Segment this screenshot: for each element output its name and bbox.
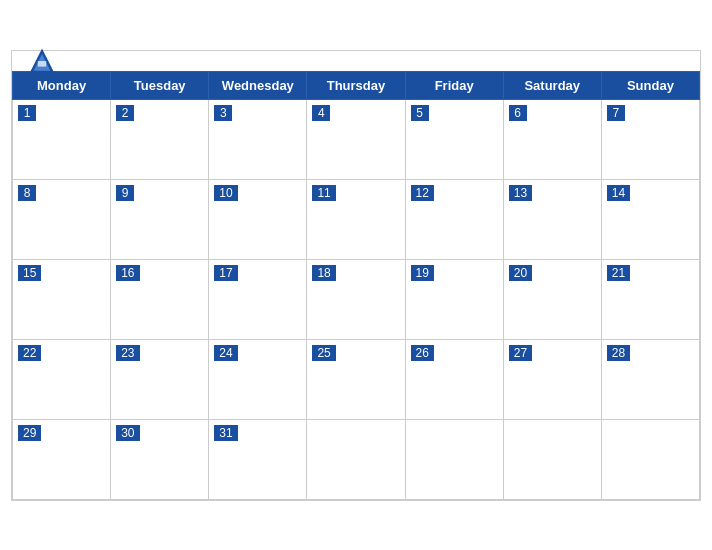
day-number: 23 bbox=[116, 345, 139, 361]
calendar-cell: 31 bbox=[209, 419, 307, 499]
calendar-cell: 26 bbox=[405, 339, 503, 419]
calendar-cell: 3 bbox=[209, 99, 307, 179]
day-number: 22 bbox=[18, 345, 41, 361]
week-row-2: 891011121314 bbox=[13, 179, 700, 259]
svg-rect-2 bbox=[38, 61, 46, 67]
day-number: 20 bbox=[509, 265, 532, 281]
calendar-cell: 21 bbox=[601, 259, 699, 339]
weekday-header-row: MondayTuesdayWednesdayThursdayFridaySatu… bbox=[13, 71, 700, 99]
general-blue-logo-icon bbox=[28, 47, 56, 75]
day-number: 2 bbox=[116, 105, 134, 121]
calendar-cell bbox=[601, 419, 699, 499]
calendar-cell: 6 bbox=[503, 99, 601, 179]
calendar-cell bbox=[307, 419, 405, 499]
calendar-cell: 17 bbox=[209, 259, 307, 339]
calendar-cell: 5 bbox=[405, 99, 503, 179]
day-number: 15 bbox=[18, 265, 41, 281]
day-number: 14 bbox=[607, 185, 630, 201]
day-number: 27 bbox=[509, 345, 532, 361]
week-row-1: 1234567 bbox=[13, 99, 700, 179]
day-number: 7 bbox=[607, 105, 625, 121]
weekday-header-wednesday: Wednesday bbox=[209, 71, 307, 99]
calendar-cell: 13 bbox=[503, 179, 601, 259]
day-number: 31 bbox=[214, 425, 237, 441]
calendar-cell: 22 bbox=[13, 339, 111, 419]
calendar-cell: 28 bbox=[601, 339, 699, 419]
calendar-cell: 10 bbox=[209, 179, 307, 259]
day-number: 6 bbox=[509, 105, 527, 121]
day-number: 30 bbox=[116, 425, 139, 441]
weekday-header-thursday: Thursday bbox=[307, 71, 405, 99]
day-number: 28 bbox=[607, 345, 630, 361]
calendar-cell: 4 bbox=[307, 99, 405, 179]
calendar-cell: 23 bbox=[111, 339, 209, 419]
calendar-cell: 2 bbox=[111, 99, 209, 179]
weekday-header-tuesday: Tuesday bbox=[111, 71, 209, 99]
weekday-header-saturday: Saturday bbox=[503, 71, 601, 99]
day-number: 25 bbox=[312, 345, 335, 361]
day-number: 12 bbox=[411, 185, 434, 201]
calendar-cell: 7 bbox=[601, 99, 699, 179]
day-number: 3 bbox=[214, 105, 232, 121]
calendar-cell: 8 bbox=[13, 179, 111, 259]
day-number: 24 bbox=[214, 345, 237, 361]
calendar-cell: 11 bbox=[307, 179, 405, 259]
weekday-header-monday: Monday bbox=[13, 71, 111, 99]
day-number: 9 bbox=[116, 185, 134, 201]
calendar-cell: 18 bbox=[307, 259, 405, 339]
calendar-cell bbox=[503, 419, 601, 499]
calendar-cell: 30 bbox=[111, 419, 209, 499]
calendar-cell: 20 bbox=[503, 259, 601, 339]
calendar: MondayTuesdayWednesdayThursdayFridaySatu… bbox=[11, 50, 701, 501]
day-number: 8 bbox=[18, 185, 36, 201]
calendar-cell: 1 bbox=[13, 99, 111, 179]
day-number: 29 bbox=[18, 425, 41, 441]
day-number: 4 bbox=[312, 105, 330, 121]
calendar-cell: 9 bbox=[111, 179, 209, 259]
calendar-cell: 12 bbox=[405, 179, 503, 259]
calendar-cell: 19 bbox=[405, 259, 503, 339]
calendar-cell: 15 bbox=[13, 259, 111, 339]
day-number: 17 bbox=[214, 265, 237, 281]
calendar-cell bbox=[405, 419, 503, 499]
weekday-header-sunday: Sunday bbox=[601, 71, 699, 99]
week-row-4: 22232425262728 bbox=[13, 339, 700, 419]
calendar-cell: 29 bbox=[13, 419, 111, 499]
calendar-cell: 16 bbox=[111, 259, 209, 339]
day-number: 26 bbox=[411, 345, 434, 361]
calendar-cell: 14 bbox=[601, 179, 699, 259]
day-number: 5 bbox=[411, 105, 429, 121]
logo-area bbox=[28, 47, 60, 75]
day-number: 10 bbox=[214, 185, 237, 201]
calendar-cell: 24 bbox=[209, 339, 307, 419]
week-row-3: 15161718192021 bbox=[13, 259, 700, 339]
calendar-table: MondayTuesdayWednesdayThursdayFridaySatu… bbox=[12, 71, 700, 500]
weekday-header-friday: Friday bbox=[405, 71, 503, 99]
day-number: 21 bbox=[607, 265, 630, 281]
day-number: 16 bbox=[116, 265, 139, 281]
day-number: 13 bbox=[509, 185, 532, 201]
day-number: 1 bbox=[18, 105, 36, 121]
calendar-cell: 27 bbox=[503, 339, 601, 419]
calendar-cell: 25 bbox=[307, 339, 405, 419]
calendar-header bbox=[12, 51, 700, 71]
day-number: 18 bbox=[312, 265, 335, 281]
day-number: 11 bbox=[312, 185, 335, 201]
day-number: 19 bbox=[411, 265, 434, 281]
week-row-5: 293031 bbox=[13, 419, 700, 499]
